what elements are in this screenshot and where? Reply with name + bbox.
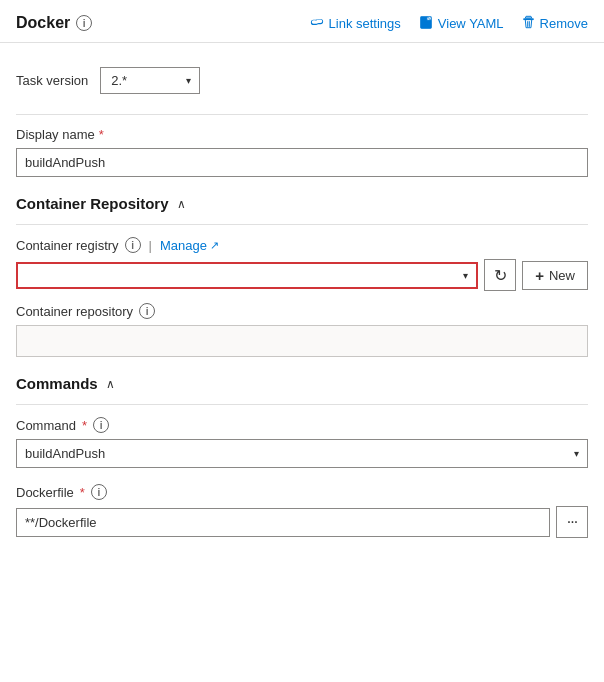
divider-1 [16,114,588,115]
container-registry-input-row: ▾ ↻ + New [16,259,588,291]
command-group: Command * i buildAndPush ▾ [16,417,588,468]
divider-3 [16,404,588,405]
pipe-divider: | [149,238,152,253]
dockerfile-required: * [80,485,85,500]
display-name-required: * [99,127,104,142]
task-info-icon[interactable]: i [76,15,92,31]
manage-label: Manage [160,238,207,253]
container-repository-section-header: Container Repository ∧ [16,195,588,212]
container-registry-info-icon[interactable]: i [125,237,141,253]
commands-section-header: Commands ∧ [16,375,588,392]
display-name-group: Display name * [16,127,588,177]
container-registry-select[interactable]: ▾ [16,262,478,289]
task-header: Docker i Link settings View YAML Remove [0,0,604,43]
dockerfile-input-row: ··· [16,506,588,538]
display-name-label-row: Display name * [16,127,588,142]
view-yaml-button[interactable]: View YAML [419,15,504,32]
container-repository-group: Container repository i [16,303,588,357]
task-version-chevron-icon: ▾ [186,75,191,86]
link-settings-button[interactable]: Link settings [310,15,401,32]
dockerfile-ellipsis-button[interactable]: ··· [556,506,588,538]
new-label: New [549,268,575,283]
dockerfile-label-row: Dockerfile * i [16,484,588,500]
dockerfile-input[interactable] [16,508,550,537]
new-button[interactable]: + New [522,261,588,290]
registry-select-chevron-icon: ▾ [463,270,468,281]
content-area: Task version 2.* ▾ Display name * Contai… [0,43,604,570]
trash-icon [522,15,535,32]
display-name-input[interactable] [16,148,588,177]
refresh-button[interactable]: ↻ [484,259,516,291]
command-chevron-icon: ▾ [574,448,579,459]
command-label-row: Command * i [16,417,588,433]
container-repository-input[interactable] [16,325,588,357]
command-value: buildAndPush [25,446,105,461]
remove-label: Remove [540,16,588,31]
command-label: Command [16,418,76,433]
link-icon [310,15,324,32]
header-left: Docker i [16,14,92,32]
container-repository-label-row: Container repository i [16,303,588,319]
dockerfile-group: Dockerfile * i ··· [16,484,588,538]
task-version-select[interactable]: 2.* ▾ [100,67,200,94]
commands-collapse-icon[interactable]: ∧ [106,377,115,391]
commands-title: Commands [16,375,98,392]
plus-icon: + [535,267,544,284]
command-required: * [82,418,87,433]
dockerfile-info-icon[interactable]: i [91,484,107,500]
dockerfile-label: Dockerfile [16,485,74,500]
external-link-icon: ↗ [210,239,219,252]
container-repository-collapse-icon[interactable]: ∧ [177,197,186,211]
task-title: Docker [16,14,70,32]
manage-link[interactable]: Manage ↗ [160,238,219,253]
link-settings-label: Link settings [329,16,401,31]
header-actions: Link settings View YAML Remove [310,15,588,32]
refresh-icon: ↻ [494,266,507,285]
yaml-icon [419,15,433,32]
display-name-label: Display name [16,127,95,142]
container-repository-label: Container repository [16,304,133,319]
command-info-icon[interactable]: i [93,417,109,433]
command-select[interactable]: buildAndPush ▾ [16,439,588,468]
remove-button[interactable]: Remove [522,15,588,32]
view-yaml-label: View YAML [438,16,504,31]
task-version-label: Task version [16,73,88,88]
container-registry-label-row: Container registry i | Manage ↗ [16,237,588,253]
container-repository-title: Container Repository [16,195,169,212]
ellipsis-icon: ··· [567,513,577,531]
task-version-value: 2.* [111,73,127,88]
task-version-row: Task version 2.* ▾ [16,67,588,94]
divider-2 [16,224,588,225]
container-repository-info-icon[interactable]: i [139,303,155,319]
container-registry-label: Container registry [16,238,119,253]
